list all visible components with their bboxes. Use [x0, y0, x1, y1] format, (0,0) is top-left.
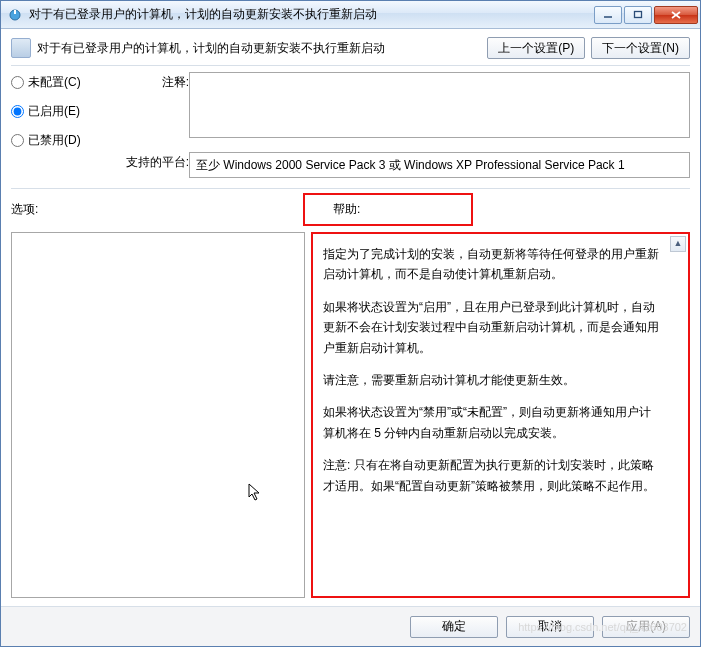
- ok-button[interactable]: 确定: [410, 616, 498, 638]
- cursor-icon: [248, 483, 262, 505]
- radio-not-configured-label: 未配置(C): [28, 74, 81, 91]
- minimize-button[interactable]: [594, 6, 622, 24]
- comment-textbox[interactable]: [189, 72, 690, 138]
- platform-label: 支持的平台:: [121, 152, 189, 171]
- options-panel[interactable]: [11, 232, 305, 598]
- help-paragraph: 如果将状态设置为“启用”，且在用户已登录到此计算机时，自动更新不会在计划安装过程…: [323, 297, 660, 358]
- platform-textbox[interactable]: 至少 Windows 2000 Service Pack 3 或 Windows…: [189, 152, 690, 178]
- policy-editor-window: 对于有已登录用户的计算机，计划的自动更新安装不执行重新启动 对于有已登录用户的计…: [0, 0, 701, 647]
- content-area: 对于有已登录用户的计算机，计划的自动更新安装不执行重新启动 上一个设置(P) 下…: [1, 29, 700, 646]
- radio-not-configured-input[interactable]: [11, 76, 24, 89]
- options-label: 选项:: [11, 193, 313, 226]
- help-label: 帮助:: [333, 202, 360, 216]
- radio-disabled-input[interactable]: [11, 134, 24, 147]
- titlebar: 对于有已登录用户的计算机，计划的自动更新安装不执行重新启动: [1, 1, 700, 29]
- comment-label: 注释:: [121, 72, 189, 91]
- help-paragraph: 指定为了完成计划的安装，自动更新将等待任何登录的用户重新启动计算机，而不是自动使…: [323, 244, 660, 285]
- apply-button[interactable]: 应用(A): [602, 616, 690, 638]
- footer: 确定 取消 应用(A): [1, 606, 700, 646]
- radio-disabled[interactable]: 已禁用(D): [11, 132, 121, 149]
- help-paragraph: 注意: 只有在将自动更新配置为执行更新的计划安装时，此策略才适用。如果“配置自动…: [323, 455, 660, 496]
- help-panel[interactable]: ▲ 指定为了完成计划的安装，自动更新将等待任何登录的用户重新启动计算机，而不是自…: [311, 232, 690, 598]
- prev-setting-button[interactable]: 上一个设置(P): [487, 37, 585, 59]
- policy-icon: [11, 38, 31, 58]
- divider: [11, 65, 690, 66]
- next-setting-button[interactable]: 下一个设置(N): [591, 37, 690, 59]
- policy-title: 对于有已登录用户的计算机，计划的自动更新安装不执行重新启动: [37, 40, 487, 57]
- right-grid: 注释: 支持的平台: 至少 Windows 2000 Service Pack …: [121, 72, 690, 178]
- help-paragraph: 如果将状态设置为“禁用”或“未配置”，则自动更新将通知用户计算机将在 5 分钟内…: [323, 402, 660, 443]
- radio-enabled-input[interactable]: [11, 105, 24, 118]
- config-row: 未配置(C) 已启用(E) 已禁用(D) 注释: 支持的平台: 至少 Windo…: [1, 72, 700, 178]
- header-row: 对于有已登录用户的计算机，计划的自动更新安装不执行重新启动 上一个设置(P) 下…: [1, 29, 700, 63]
- panels-row: ▲ 指定为了完成计划的安装，自动更新将等待任何登录的用户重新启动计算机，而不是自…: [11, 232, 690, 598]
- svg-rect-1: [14, 10, 16, 14]
- maximize-button[interactable]: [624, 6, 652, 24]
- cancel-button[interactable]: 取消: [506, 616, 594, 638]
- close-button[interactable]: [654, 6, 698, 24]
- app-icon: [7, 7, 23, 23]
- state-radios: 未配置(C) 已启用(E) 已禁用(D): [11, 72, 121, 178]
- panel-labels-row: 选项: 帮助:: [11, 193, 690, 226]
- radio-disabled-label: 已禁用(D): [28, 132, 81, 149]
- divider: [11, 188, 690, 189]
- help-paragraph: 请注意，需要重新启动计算机才能使更新生效。: [323, 370, 660, 390]
- radio-enabled[interactable]: 已启用(E): [11, 103, 121, 120]
- window-title: 对于有已登录用户的计算机，计划的自动更新安装不执行重新启动: [29, 6, 594, 23]
- help-label-box: 帮助:: [303, 193, 473, 226]
- svg-rect-3: [635, 11, 642, 17]
- radio-enabled-label: 已启用(E): [28, 103, 80, 120]
- scroll-up-button[interactable]: ▲: [670, 236, 686, 252]
- window-buttons: [594, 6, 698, 24]
- radio-not-configured[interactable]: 未配置(C): [11, 74, 121, 91]
